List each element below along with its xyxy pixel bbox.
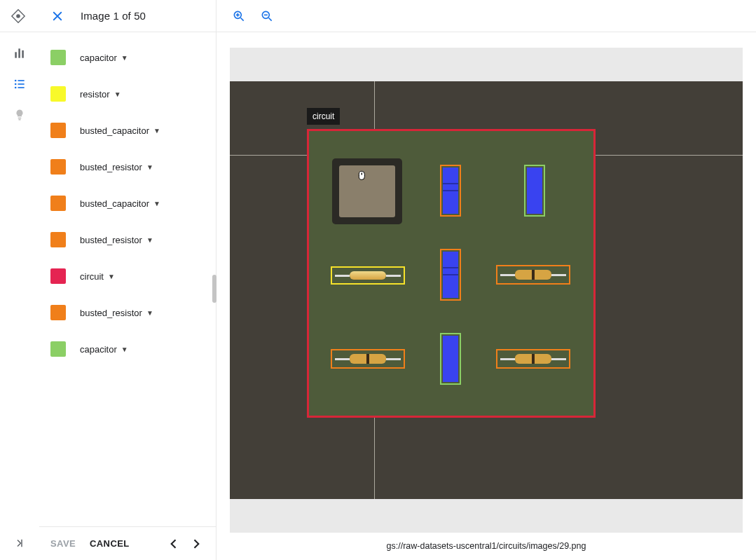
- color-swatch: [50, 196, 66, 211]
- label-name: busted_capacitor: [80, 125, 149, 136]
- chevron-down-icon[interactable]: ▼: [121, 54, 128, 62]
- sidebar-footer: SAVE CANCEL: [39, 526, 216, 560]
- label-name: busted_resistor: [80, 162, 142, 172]
- svg-rect-3: [15, 52, 17, 57]
- svg-point-6: [15, 80, 17, 82]
- color-swatch: [50, 50, 66, 65]
- svg-point-8: [15, 83, 17, 86]
- prev-button[interactable]: [165, 535, 182, 552]
- svg-point-10: [15, 87, 17, 89]
- chevron-down-icon[interactable]: ▼: [121, 346, 128, 353]
- next-button[interactable]: [188, 535, 205, 552]
- label-item-busted_resistor[interactable]: busted_resistor▼: [39, 149, 216, 185]
- expand-rail-icon[interactable]: [11, 535, 28, 552]
- list-icon[interactable]: [11, 76, 28, 93]
- image-path-text: gs://raw-datasets-uscentral1/circuits/im…: [387, 541, 586, 551]
- svg-rect-4: [18, 48, 20, 57]
- bulb-icon[interactable]: [11, 107, 28, 123]
- label-item-circuit[interactable]: circuit▼: [39, 258, 216, 294]
- stats-icon[interactable]: [11, 45, 28, 62]
- zoom-in-button[interactable]: [229, 6, 249, 26]
- label-item-busted_capacitor[interactable]: busted_capacitor▼: [39, 112, 216, 149]
- label-name: capacitor: [80, 53, 117, 63]
- image-stage[interactable]: circuit: [230, 48, 743, 533]
- label-item-capacitor[interactable]: capacitor▼: [39, 331, 216, 367]
- topbar-right: [217, 6, 277, 26]
- canvas-area: circuit gs://raw-datasets-uscentral1/cir…: [217, 32, 756, 560]
- color-swatch: [50, 232, 66, 247]
- save-button[interactable]: SAVE: [50, 538, 76, 549]
- color-swatch: [50, 268, 66, 284]
- label-item-busted_resistor[interactable]: busted_resistor▼: [39, 221, 216, 258]
- label-list[interactable]: capacitor▼resistor▼busted_capacitor▼bust…: [39, 32, 216, 526]
- label-name: busted_resistor: [80, 308, 142, 318]
- label-name: circuit: [80, 271, 104, 282]
- topbar: Image 1 of 50: [0, 0, 756, 32]
- svg-rect-5: [22, 50, 24, 58]
- annotation-label-circuit[interactable]: circuit: [307, 108, 340, 125]
- chevron-down-icon[interactable]: ▼: [146, 309, 153, 317]
- svg-point-0: [17, 14, 20, 17]
- chevron-down-icon[interactable]: ▼: [108, 273, 115, 280]
- zoom-out-button[interactable]: [257, 6, 277, 26]
- label-name: busted_resistor: [80, 235, 142, 245]
- chevron-down-icon[interactable]: ▼: [114, 90, 121, 98]
- topbar-left: Image 1 of 50: [0, 0, 217, 32]
- app-logo-icon: [11, 8, 26, 24]
- label-name: resistor: [80, 89, 110, 100]
- svg-rect-9: [18, 83, 25, 85]
- color-swatch: [50, 305, 66, 320]
- color-swatch: [50, 86, 66, 102]
- sidebar: capacitor▼resistor▼busted_capacitor▼bust…: [39, 32, 217, 560]
- color-swatch: [50, 341, 66, 357]
- cancel-button[interactable]: CANCEL: [90, 538, 130, 549]
- chevron-down-icon[interactable]: ▼: [146, 163, 153, 171]
- svg-rect-7: [18, 80, 25, 81]
- page-title: Image 1 of 50: [81, 10, 146, 22]
- svg-rect-11: [18, 87, 25, 88]
- label-item-capacitor[interactable]: capacitor▼: [39, 39, 216, 76]
- label-item-busted_resistor[interactable]: busted_resistor▼: [39, 294, 216, 331]
- label-item-resistor[interactable]: resistor▼: [39, 76, 216, 112]
- nav-rail: [0, 32, 39, 560]
- annotation-circuit[interactable]: [307, 129, 596, 418]
- close-button[interactable]: [47, 6, 68, 27]
- color-swatch: [50, 159, 66, 175]
- label-name: busted_capacitor: [80, 198, 149, 209]
- label-item-busted_capacitor[interactable]: busted_capacitor▼: [39, 185, 216, 221]
- chevron-down-icon[interactable]: ▼: [146, 236, 153, 244]
- chevron-down-icon[interactable]: ▼: [153, 127, 160, 135]
- content: capacitor▼resistor▼busted_capacitor▼bust…: [0, 32, 756, 560]
- color-swatch: [50, 123, 66, 138]
- chevron-down-icon[interactable]: ▼: [153, 200, 160, 207]
- label-name: capacitor: [80, 344, 117, 355]
